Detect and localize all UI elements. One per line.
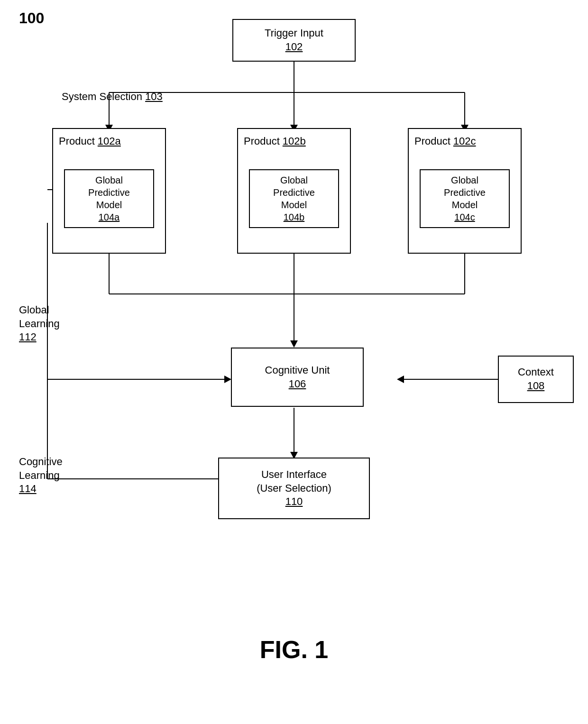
cognitive-learning-label: CognitiveLearning 114 — [19, 455, 63, 496]
context-ref: 108 — [527, 379, 545, 393]
cognitive-unit-label: Cognitive Unit — [265, 364, 330, 377]
user-interface-ref: 110 — [285, 495, 303, 509]
diagram-id: 100 — [19, 9, 44, 27]
cognitive-unit-ref: 106 — [289, 377, 306, 391]
global-learning-text: GlobalLearning — [19, 304, 60, 330]
cognitive-learning-text: CognitiveLearning — [19, 456, 63, 481]
user-interface-box: User Interface(User Selection) 110 — [218, 458, 370, 519]
product-a-inner-ref: 104a — [71, 211, 148, 223]
product-a-ref: 102a — [98, 135, 121, 148]
svg-marker-18 — [224, 376, 231, 383]
product-c-inner-box: GlobalPredictiveModel 104c — [420, 169, 510, 228]
trigger-input-box: Trigger Input 102 — [232, 19, 356, 62]
system-selection-text: System Selection — [62, 91, 142, 102]
product-c-inner-label: GlobalPredictiveModel — [444, 175, 486, 210]
product-c-inner-ref: 104c — [426, 211, 504, 223]
product-b-ref: 102b — [283, 135, 306, 148]
trigger-input-ref: 102 — [285, 40, 303, 54]
product-a-box: Product 102a GlobalPredictiveModel 104a — [52, 128, 166, 254]
system-selection-ref: 103 — [145, 91, 163, 102]
cognitive-unit-box: Cognitive Unit 106 — [231, 348, 364, 407]
product-b-inner-ref: 104b — [256, 211, 333, 223]
system-selection-label: System Selection 103 — [62, 90, 163, 104]
product-c-label: Product — [414, 135, 450, 148]
product-b-label: Product — [244, 135, 280, 148]
product-a-inner-label: GlobalPredictiveModel — [88, 175, 130, 210]
product-c-ref: 102c — [453, 135, 476, 148]
user-interface-label: User Interface(User Selection) — [257, 468, 331, 495]
context-box: Context 108 — [498, 356, 574, 403]
diagram-id-value: 100 — [19, 9, 44, 27]
product-b-inner-label: GlobalPredictiveModel — [273, 175, 315, 210]
diagram: 100 — [0, 0, 588, 678]
product-c-box: Product 102c GlobalPredictiveModel 104c — [408, 128, 522, 254]
svg-marker-15 — [397, 376, 404, 383]
product-a-inner-box: GlobalPredictiveModel 104a — [64, 169, 155, 228]
product-a-label: Product — [59, 135, 95, 148]
global-learning-label: GlobalLearning 112 — [19, 303, 60, 344]
product-b-box: Product 102b GlobalPredictiveModel 104b — [237, 128, 351, 254]
context-label: Context — [518, 366, 554, 379]
figure-label: FIG. 1 — [260, 635, 328, 664]
global-learning-ref: 112 — [19, 331, 37, 343]
figure-label-text: FIG. 1 — [260, 636, 328, 663]
product-b-inner-box: GlobalPredictiveModel 104b — [249, 169, 340, 228]
svg-marker-13 — [290, 340, 298, 348]
trigger-input-label: Trigger Input — [265, 27, 323, 40]
cognitive-learning-ref: 114 — [19, 483, 37, 495]
